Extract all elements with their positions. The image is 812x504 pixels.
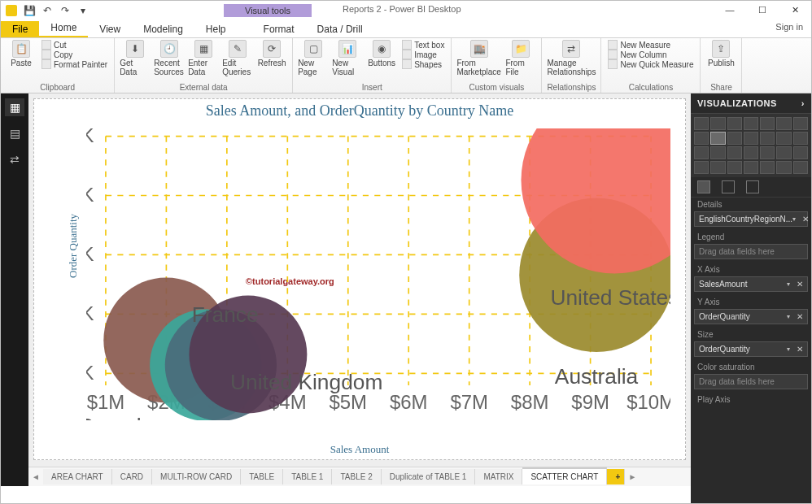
pages-scroll-left[interactable]: ◄ bbox=[28, 472, 43, 481]
viz-type-grid[interactable] bbox=[691, 114, 811, 177]
textbox-button[interactable]: Text box bbox=[400, 40, 446, 50]
viz-type-icon[interactable] bbox=[744, 146, 758, 159]
enter-data-button[interactable]: ▦Enter Data bbox=[188, 40, 219, 76]
well-xaxis[interactable]: SalesAmount▾✕ bbox=[694, 276, 808, 292]
viz-type-icon[interactable] bbox=[793, 161, 808, 174]
viz-type-icon[interactable] bbox=[760, 117, 775, 130]
viz-type-icon[interactable] bbox=[776, 146, 791, 159]
well-size[interactable]: OrderQuantity▾✕ bbox=[694, 341, 808, 357]
add-page-button[interactable]: + bbox=[607, 469, 625, 484]
nav-report-view[interactable]: ▦ bbox=[5, 98, 24, 116]
viz-type-icon[interactable] bbox=[694, 146, 709, 159]
well-yaxis[interactable]: OrderQuantity▾✕ bbox=[694, 309, 808, 324]
viz-type-icon[interactable] bbox=[793, 146, 808, 159]
page-tab[interactable]: TABLE bbox=[241, 469, 283, 484]
viz-type-icon[interactable] bbox=[710, 132, 725, 145]
viz-type-icon[interactable] bbox=[744, 161, 758, 174]
viz-type-icon[interactable] bbox=[760, 161, 775, 174]
page-tab[interactable]: AREA CHART bbox=[43, 469, 112, 484]
viz-type-icon[interactable] bbox=[776, 132, 791, 145]
page-tab[interactable]: MATRIX bbox=[475, 469, 522, 484]
page-tab[interactable]: MULTI-ROW CARD bbox=[152, 469, 241, 484]
well-color-saturation[interactable]: Drag data fields here bbox=[694, 374, 808, 389]
tab-view[interactable]: View bbox=[88, 21, 132, 37]
refresh-button[interactable]: ⟳Refresh bbox=[256, 40, 287, 67]
new-visual-button[interactable]: 📊New Visual bbox=[332, 40, 363, 76]
get-data-button[interactable]: ⬇Get Data bbox=[120, 40, 151, 76]
viz-type-icon[interactable] bbox=[727, 146, 742, 159]
fields-tab-icon[interactable] bbox=[697, 180, 710, 193]
svg-text:$8M: $8M bbox=[511, 391, 549, 413]
viz-type-icon[interactable] bbox=[776, 117, 791, 130]
new-page-button[interactable]: ▢New Page bbox=[298, 40, 329, 76]
tab-help[interactable]: Help bbox=[194, 21, 238, 37]
analytics-tab-icon[interactable] bbox=[746, 180, 759, 193]
viz-type-icon[interactable] bbox=[760, 146, 775, 159]
contextual-tab-visual-tools[interactable]: Visual tools bbox=[224, 4, 312, 17]
sign-in-link[interactable]: Sign in bbox=[775, 22, 803, 32]
viz-type-icon[interactable] bbox=[793, 117, 808, 130]
viz-type-icon[interactable] bbox=[744, 117, 758, 130]
group-label: Custom visuals bbox=[469, 83, 524, 93]
viz-type-icon[interactable] bbox=[694, 161, 709, 174]
well-legend[interactable]: Drag data fields here bbox=[694, 244, 808, 259]
viz-type-icon[interactable] bbox=[727, 132, 742, 145]
viz-panel-header[interactable]: VISUALIZATIONS› bbox=[691, 93, 811, 114]
viz-type-icon[interactable] bbox=[710, 117, 725, 130]
tab-data-drill[interactable]: Data / Drill bbox=[306, 21, 374, 37]
viz-type-icon[interactable] bbox=[710, 146, 725, 159]
visual-scatter-chart[interactable]: Sales Amount, and OrderQuantity by Count… bbox=[33, 98, 686, 460]
tab-home[interactable]: Home bbox=[39, 20, 88, 37]
viz-type-icon[interactable] bbox=[727, 161, 742, 174]
minimize-button[interactable]: — bbox=[714, 1, 746, 19]
page-tab[interactable]: CARD bbox=[112, 469, 152, 484]
new-column-button[interactable]: New Column bbox=[606, 50, 695, 59]
viz-type-icon[interactable] bbox=[776, 161, 791, 174]
from-marketplace-button[interactable]: 🏬From Marketplace bbox=[456, 40, 502, 76]
new-measure-button[interactable]: New Measure bbox=[606, 40, 695, 50]
viz-type-icon[interactable] bbox=[793, 132, 808, 145]
undo-button[interactable]: ↶ bbox=[39, 2, 55, 19]
recent-sources-button[interactable]: 🕘Recent Sources bbox=[154, 40, 185, 76]
copy-button[interactable]: Copy bbox=[40, 50, 109, 59]
remove-field-icon[interactable]: ✕ bbox=[793, 312, 803, 321]
page-tab[interactable]: SCATTER CHART bbox=[522, 467, 607, 484]
tab-format[interactable]: Format bbox=[252, 21, 306, 37]
pages-scroll-right[interactable]: ► bbox=[625, 472, 640, 481]
viz-type-icon[interactable] bbox=[744, 132, 758, 145]
viz-type-icon[interactable] bbox=[760, 132, 775, 145]
remove-field-icon[interactable]: ✕ bbox=[799, 215, 809, 224]
tab-file[interactable]: File bbox=[1, 21, 39, 37]
format-tab-icon[interactable] bbox=[722, 180, 735, 193]
viz-type-icon[interactable] bbox=[727, 117, 742, 130]
close-button[interactable]: ✕ bbox=[779, 1, 811, 19]
viz-type-icon[interactable] bbox=[694, 117, 709, 130]
save-button[interactable]: 💾 bbox=[21, 2, 37, 19]
remove-field-icon[interactable]: ✕ bbox=[793, 345, 803, 354]
svg-text:$1M: $1M bbox=[87, 391, 125, 413]
page-tab[interactable]: TABLE 1 bbox=[283, 469, 332, 484]
publish-button[interactable]: ⇪Publish bbox=[705, 40, 736, 67]
page-tab[interactable]: TABLE 2 bbox=[332, 469, 381, 484]
nav-data-view[interactable]: ▤ bbox=[5, 124, 24, 142]
viz-type-icon[interactable] bbox=[694, 132, 709, 145]
viz-type-icon[interactable] bbox=[710, 161, 725, 174]
maximize-button[interactable]: ☐ bbox=[746, 1, 779, 19]
cut-button[interactable]: Cut bbox=[40, 40, 109, 50]
redo-button[interactable]: ↷ bbox=[57, 2, 73, 19]
well-details[interactable]: EnglishCountryRegionN...▾✕ bbox=[694, 211, 808, 227]
page-tab[interactable]: Duplicate of TABLE 1 bbox=[382, 469, 476, 484]
manage-relationships-button[interactable]: ⇄Manage Relationships bbox=[548, 40, 595, 76]
buttons-button[interactable]: ◉Buttons bbox=[366, 40, 397, 67]
from-file-button[interactable]: 📁From File bbox=[505, 40, 536, 76]
nav-model-view[interactable]: ⇄ bbox=[5, 150, 24, 168]
edit-queries-button[interactable]: ✎Edit Queries bbox=[222, 40, 253, 76]
format-painter-button[interactable]: Format Painter bbox=[40, 59, 109, 69]
shapes-button[interactable]: Shapes bbox=[400, 59, 446, 69]
tab-modeling[interactable]: Modeling bbox=[132, 21, 194, 37]
remove-field-icon[interactable]: ✕ bbox=[793, 280, 803, 289]
new-quick-measure-button[interactable]: New Quick Measure bbox=[606, 59, 695, 69]
paste-button[interactable]: 📋Paste bbox=[6, 40, 37, 67]
image-button[interactable]: Image bbox=[400, 50, 446, 59]
qat-dropdown[interactable]: ▾ bbox=[75, 2, 91, 19]
